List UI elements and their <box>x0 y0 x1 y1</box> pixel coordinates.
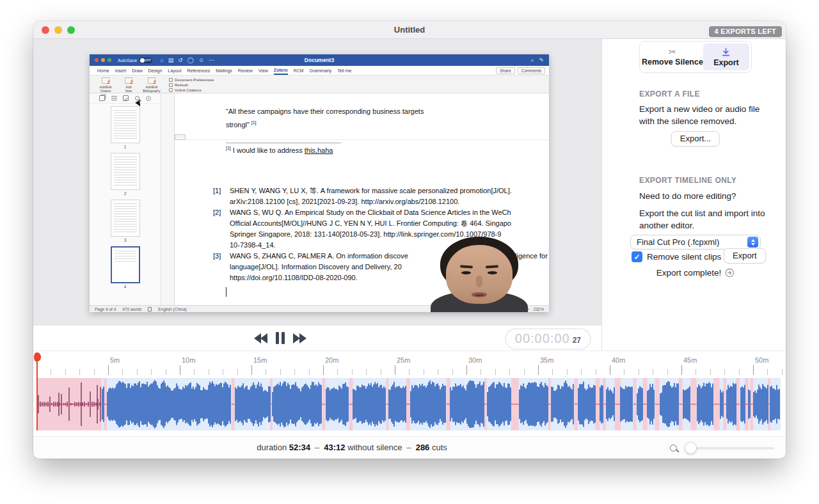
ruler-tick <box>424 369 424 375</box>
ruler-tick <box>739 369 740 375</box>
export-timeline-description: Export the cut list and import into anot… <box>639 207 765 232</box>
word-sidebar-icons <box>90 93 161 104</box>
tab-remove-silence[interactable]: ✂ Remove Silence <box>642 43 703 70</box>
waveform[interactable] <box>36 378 781 430</box>
ruler-tick <box>624 369 624 375</box>
ruler-label: 35m <box>540 356 553 364</box>
export-timeline-question: Need to do more editing? <box>639 190 736 202</box>
ruler-tick <box>710 369 711 375</box>
export-file-button[interactable]: Export... <box>671 131 720 146</box>
ruler-label: 15m <box>253 356 267 364</box>
ruler-tick <box>696 369 696 375</box>
person-face <box>446 245 513 304</box>
timeline-zoom-control <box>670 442 774 454</box>
word-tab-zotero: Zotero <box>274 67 288 75</box>
ruler-tick <box>753 365 754 375</box>
ruler-tick <box>438 369 438 375</box>
ruler-tick <box>180 365 180 375</box>
timecode-frames: 27 <box>573 336 581 345</box>
edited-duration-value: 43:12 <box>324 443 345 452</box>
proofing-icon <box>148 307 152 311</box>
ruler-tick <box>481 369 481 375</box>
page-thumbnail: 1 <box>90 106 161 149</box>
document-quote: “All these campaigns have their correspo… <box>226 106 424 130</box>
ruler-tick <box>596 369 596 375</box>
word-page-gutter <box>161 93 174 305</box>
export-file-heading: EXPORT A FILE <box>639 90 700 98</box>
text-caret <box>226 287 227 297</box>
timecode-display[interactable]: 00:00:00 27 <box>505 328 591 350</box>
pages-icon <box>99 95 105 101</box>
timeline-zoom-slider[interactable] <box>685 442 774 454</box>
ruler-tick <box>552 369 553 375</box>
pause-button[interactable] <box>276 332 285 344</box>
export-file-description: Export a new video or audio file with th… <box>639 103 759 127</box>
rewind-button[interactable] <box>254 333 267 343</box>
ruler-tick <box>309 369 310 375</box>
ruler-tick <box>610 365 610 375</box>
list-icon <box>111 95 117 101</box>
zotero-button: AddNote <box>118 77 139 93</box>
word-share-button: Share <box>496 67 514 74</box>
checkbox-checked-icon: ✓ <box>632 251 642 262</box>
select-stepper-icon <box>747 237 758 248</box>
ruler-tick <box>509 369 510 375</box>
zotero-menu-item: Document Preferences <box>169 78 214 82</box>
word-zotero-toolbar: Add/EditCitationAddNoteAdd/EditBibliogra… <box>90 75 549 93</box>
zotero-button: Add/EditCitation <box>95 77 116 93</box>
word-document-title: Document3 <box>90 57 549 63</box>
mode-segmented-control: ✂ Remove Silence Export <box>639 41 752 73</box>
word-thumbnail-sidebar: 1234 <box>90 93 161 305</box>
remove-silent-clips-checkbox[interactable]: ✓ Remove silent clips <box>632 251 721 262</box>
ruler-tick <box>266 369 266 375</box>
zotero-button: Add/EditBibliography <box>141 77 163 93</box>
tab-export[interactable]: Export <box>703 43 749 70</box>
zoom-slider-knob[interactable] <box>685 442 697 454</box>
ruler-tick <box>581 369 582 375</box>
page-thumbnail: 4 <box>90 246 161 289</box>
arrow-circle-icon[interactable] <box>725 268 735 278</box>
ruler-tick <box>94 369 95 375</box>
ruler-tick <box>122 369 123 375</box>
footnote-separator <box>226 143 341 143</box>
ruler-tick <box>667 369 668 375</box>
zotero-menu-item: Refresh <box>169 83 214 87</box>
ruler-tick <box>653 369 653 375</box>
download-icon <box>721 47 731 57</box>
video-frame-word-window: AutoSave OFF ⌂▤↺◯☺⋯ Document3 ⌕✎ HomeIns… <box>90 54 549 312</box>
ruler-label: 40m <box>612 356 625 364</box>
ruler-label: 25m <box>397 356 410 364</box>
reference-line: [2]WANG S, WU Q. An Empirical Study on t… <box>213 207 549 218</box>
ruler-tick <box>466 365 467 375</box>
page-thumbnail: 3 <box>90 200 161 242</box>
export-timeline-button[interactable]: Export <box>724 248 766 264</box>
desktop: Untitled 4 EXPORTS LEFT AutoSave OFF <box>0 0 819 504</box>
word-word-count: 470 words <box>122 307 141 311</box>
word-comments-button: Comments <box>518 67 545 74</box>
timeline-ruler: 5m10m15m20m25m30m35m40m45m50m <box>33 351 786 377</box>
fast-forward-button[interactable] <box>293 333 306 343</box>
ruler-tick <box>524 369 525 375</box>
ruler-tick <box>352 369 353 375</box>
ruler-tick <box>395 365 395 375</box>
word-tab-tell-me: Tell me <box>337 67 351 74</box>
app-window: Untitled 4 EXPORTS LEFT AutoSave OFF <box>33 21 786 459</box>
duration-value: 52:34 <box>289 443 310 452</box>
ruler-label: 45m <box>683 356 697 364</box>
word-tab-insert: Insert <box>115 67 127 74</box>
ruler-tick <box>251 365 252 375</box>
ruler-tick <box>495 369 496 375</box>
window-title: Untitled <box>33 25 786 35</box>
ruler-tick <box>323 365 324 375</box>
ruler-tick <box>782 369 783 375</box>
ruler-tick <box>724 369 725 375</box>
ruler-tick <box>137 369 138 375</box>
timecode-value: 00:00:00 <box>515 331 570 346</box>
ruler-tick <box>567 369 568 375</box>
format-select[interactable]: Final Cut Pro (.fcpxml) <box>630 235 761 249</box>
word-tab-draw: Draw <box>132 67 142 74</box>
ruler-tick <box>79 369 80 375</box>
ruler-tick <box>294 369 295 375</box>
titlebar: Untitled 4 EXPORTS LEFT <box>33 21 786 39</box>
ruler-tick <box>538 365 539 375</box>
